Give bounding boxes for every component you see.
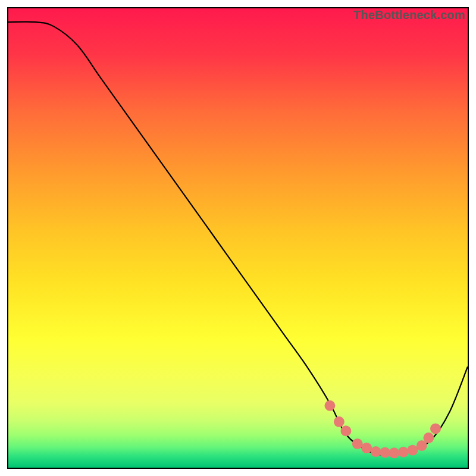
highlight-dot: [398, 447, 409, 458]
highlight-dot: [380, 447, 390, 458]
chart-container: TheBottleneck.com: [0, 0, 476, 476]
highlight-markers: [8, 8, 468, 468]
highlight-dot: [389, 447, 400, 458]
highlight-dot: [423, 433, 434, 443]
highlight-dot: [430, 423, 441, 434]
highlight-dot: [340, 425, 351, 436]
highlight-dot: [352, 439, 363, 449]
highlight-dot: [371, 446, 381, 457]
highlight-dot: [407, 445, 418, 456]
plot-area: [7, 7, 469, 469]
highlight-dot: [324, 400, 335, 411]
highlight-dot: [361, 443, 372, 453]
highlight-dot: [334, 416, 345, 427]
attribution-label: TheBottleneck.com: [353, 8, 465, 22]
